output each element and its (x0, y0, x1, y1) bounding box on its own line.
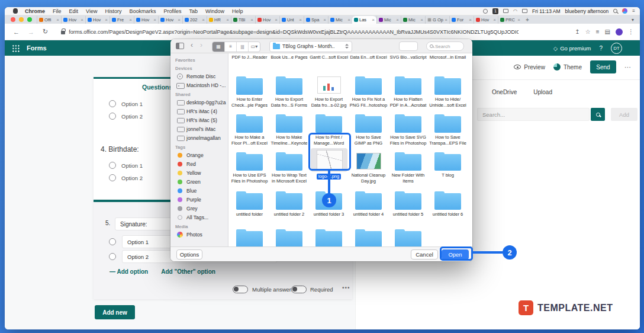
menubar-item[interactable]: Edit (69, 8, 79, 14)
browser-tab[interactable]: Hov (61, 16, 85, 24)
sidebar-row[interactable]: HR's iMac (5) (170, 116, 228, 124)
tab-close-icon[interactable] (250, 17, 253, 23)
browser-tab[interactable]: Fre (110, 16, 134, 24)
image-source-tab[interactable]: Upload (533, 89, 552, 95)
dialog-search-field[interactable] (426, 41, 464, 51)
tab-close-icon[interactable] (517, 17, 520, 23)
tab-close-icon[interactable] (299, 17, 302, 23)
display-icon[interactable] (503, 9, 508, 13)
radio-icon[interactable] (109, 100, 116, 107)
column-view-button[interactable]: ||| (236, 42, 248, 52)
reading-list-icon[interactable]: ≡ (596, 28, 600, 35)
file-item[interactable]: How to Flatten PDF in A...Acrobat (388, 75, 428, 108)
search-button[interactable] (591, 108, 605, 121)
tab-close-icon[interactable] (372, 17, 375, 23)
back-chevron-icon[interactable]: ‹ (191, 41, 193, 49)
browser-tab[interactable]: Las (352, 16, 376, 24)
icon-view-button[interactable]: ▦ (212, 42, 224, 52)
add-other-option-link[interactable]: Add "Other" option (161, 268, 215, 275)
file-item[interactable]: How to Hide/ Unhide...soft Excel (428, 75, 468, 108)
menubar-item[interactable]: Profiles (163, 8, 181, 14)
menubar-item[interactable]: Tab (189, 8, 198, 14)
file-item[interactable]: How to Save GIMP as PNG (349, 113, 388, 146)
tab-close-icon[interactable] (129, 17, 132, 23)
file-item[interactable]: How to Make Timeline...Keynote (269, 113, 309, 146)
file-item[interactable]: untitled folder 6 (428, 190, 468, 217)
sidebar-row[interactable]: jonnel's iMac (170, 124, 228, 133)
multiple-answers-toggle[interactable] (233, 286, 248, 293)
file-item[interactable]: untitled folder 4 (349, 190, 388, 217)
sidebar-row[interactable]: Grey (170, 204, 228, 213)
browser-tab[interactable]: 202 (182, 16, 207, 24)
sidebar-row[interactable]: Blue (170, 186, 228, 195)
sidebar-row[interactable]: Orange (170, 151, 228, 159)
account-avatar[interactable]: DT (611, 43, 622, 54)
file-item[interactable]: How to Enter Check...ple Pages (230, 75, 269, 108)
required-toggle[interactable] (291, 286, 307, 293)
menubar-item[interactable]: View (86, 8, 97, 14)
tab-close-icon[interactable] (445, 17, 447, 23)
file-item[interactable]: T blog (428, 151, 468, 184)
gallery-view-button[interactable]: ▭▾ (248, 42, 260, 52)
tab-close-icon[interactable] (396, 17, 399, 23)
add-image-button[interactable]: Add (611, 108, 637, 121)
folder-dropdown[interactable]: TBlog Graphs - Month.. (269, 41, 352, 52)
siri-icon[interactable] (622, 8, 627, 14)
file-item[interactable]: untitled folder 10 (349, 228, 388, 246)
file-item[interactable]: New Folder With Items (388, 151, 428, 184)
forward-button[interactable]: → (28, 28, 34, 36)
sidebar-toggle-icon[interactable] (176, 43, 184, 49)
sidebar-row[interactable]: Favorites (170, 57, 228, 63)
file-item[interactable]: SVG Blo...vaScript (388, 55, 428, 60)
browser-tab[interactable]: Mic (401, 16, 425, 24)
file-item[interactable]: untitled folder (230, 190, 269, 217)
app-launcher-icon[interactable] (12, 44, 20, 52)
spotlight-icon[interactable] (613, 9, 617, 13)
menubar-item[interactable]: Window (205, 8, 224, 14)
sidebar-row[interactable]: Shared (170, 91, 228, 98)
tab-close-icon[interactable] (275, 17, 278, 23)
send-button[interactable]: Send (590, 60, 616, 73)
new-tab-button[interactable]: + (526, 17, 529, 23)
tab-close-icon[interactable] (153, 17, 156, 23)
menubar-item[interactable]: Bookmarks (129, 8, 156, 14)
radio-icon[interactable] (109, 113, 116, 120)
file-item[interactable]: How to Fix Not a PNG Fil...hotoshop (349, 75, 388, 108)
browser-tab[interactable]: Mic (376, 16, 401, 24)
image-search-input[interactable] (477, 108, 590, 121)
option-row[interactable]: Option 1 (109, 100, 143, 107)
browser-tab[interactable]: Hov (85, 16, 110, 24)
options-button[interactable]: Options (176, 249, 202, 260)
file-item[interactable]: How to Save Transpa...EPS File (428, 113, 468, 146)
browser-tab[interactable]: Hov (158, 16, 182, 24)
file-item[interactable]: untitled folder 5 (388, 190, 428, 217)
sidebar-row[interactable]: desktop-0gg7u2a (170, 98, 228, 107)
tab-close-icon[interactable] (105, 17, 108, 23)
sidebar-row[interactable]: Photos (170, 230, 228, 239)
radio-icon[interactable] (109, 162, 116, 169)
sidebar-row[interactable]: Purple (170, 195, 228, 204)
option-row[interactable]: Option 2 (109, 113, 143, 120)
preview-button[interactable]: Preview (514, 64, 545, 71)
browser-tab[interactable]: Hov (255, 16, 279, 24)
menubar-item[interactable]: Chrome (25, 8, 45, 14)
tab-questions[interactable]: Questions (142, 84, 172, 91)
file-item[interactable]: How to Use EPS Files in Photoshop (230, 151, 269, 184)
radio-icon[interactable] (109, 238, 116, 245)
option-row[interactable]: Option 1 (109, 162, 143, 169)
add-option-link[interactable]: — Add option (110, 268, 148, 275)
browser-tab[interactable]: HR (207, 16, 231, 24)
tab-close-icon[interactable] (493, 17, 496, 23)
tab-close-icon[interactable] (178, 17, 181, 23)
file-item[interactable]: How to Wrap Text in Microsoft Excel (269, 151, 309, 184)
theme-button[interactable]: Theme (553, 63, 582, 71)
file-item[interactable]: untitled folder 2 (269, 190, 309, 217)
browser-tab[interactable]: Unt (279, 16, 304, 24)
menubar-item[interactable]: File (53, 8, 62, 14)
sidebar-row[interactable]: Yellow (170, 168, 228, 177)
tab-close-icon[interactable] (469, 17, 472, 23)
radio-icon[interactable] (109, 253, 116, 260)
help-button[interactable]: ? (599, 45, 603, 52)
maximize-window-button[interactable] (27, 17, 32, 22)
share-icon[interactable]: ↥ (575, 28, 579, 35)
